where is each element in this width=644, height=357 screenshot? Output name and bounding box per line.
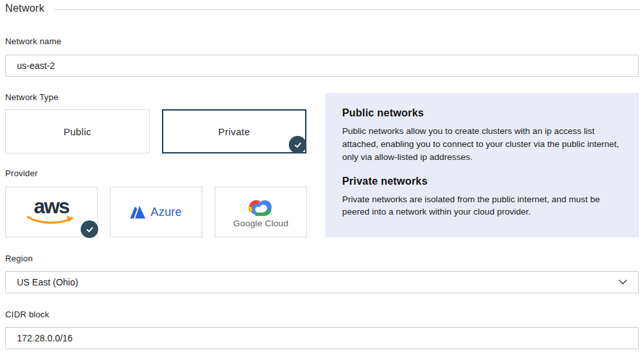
region-label: Region [5,254,33,263]
network-info-panel: Public networks Public networks allow yo… [325,93,639,237]
google-cloud-icon [247,196,275,217]
chevron-down-icon [619,280,627,285]
aws-smile-icon [24,215,79,226]
aws-logo-icon: aws [24,198,79,226]
network-type-option-public[interactable]: Public [5,109,150,153]
provider-label: Provider [5,168,38,178]
aws-logo-text: aws [34,198,69,215]
network-type-option-private[interactable]: Private [162,109,306,153]
azure-logo-text: Azure [150,205,181,219]
info-heading-public: Public networks [342,107,622,119]
azure-a-icon [130,205,146,219]
network-type-option-label: Private [219,126,250,137]
region-select[interactable]: US East (Ohio) [5,271,639,293]
cidr-block-input[interactable] [5,327,639,349]
google-cloud-logo-text: Google Cloud [234,218,289,228]
check-icon [289,136,306,153]
network-name-label: Network name [5,36,61,46]
check-icon [81,220,98,238]
section-divider [54,9,640,10]
google-cloud-logo-icon: Google Cloud [234,196,289,228]
network-name-input[interactable] [5,55,639,77]
provider-option-azure[interactable]: Azure [110,187,202,237]
section-header: Network [5,3,640,14]
network-type-label: Network Type [5,92,59,102]
cidr-block-label: CIDR block [5,310,49,319]
region-select-value: US East (Ohio) [17,277,78,287]
info-body-public: Public networks allow you to create clus… [342,125,622,164]
page-title: Network [5,3,44,14]
azure-logo-icon: Azure [130,205,181,219]
info-heading-private: Private networks [342,176,622,187]
network-type-option-label: Public [64,126,92,137]
provider-option-google-cloud[interactable]: Google Cloud [215,187,307,237]
info-body-private: Private networks are isolated from the p… [342,193,622,219]
provider-option-aws[interactable]: aws [5,187,98,237]
